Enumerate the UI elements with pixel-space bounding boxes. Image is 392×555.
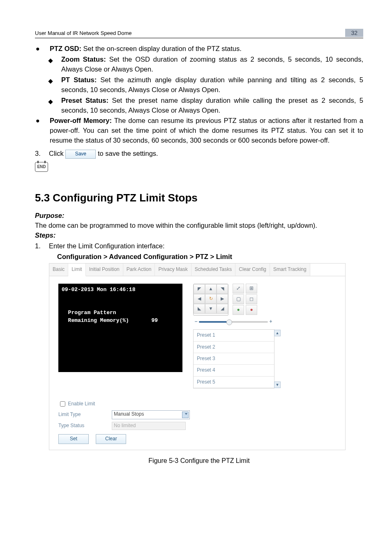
tab-basic[interactable]: Basic — [49, 264, 68, 275]
ptz-up-right-button[interactable]: ◥ — [217, 284, 228, 294]
zoom-status-line: Zoom Status: Set the OSD duration of zoo… — [61, 55, 363, 74]
speed-slider[interactable]: − + — [193, 318, 274, 325]
video-preview: 09-02-2013 Mon 16:46:18 Program Pattern … — [58, 284, 182, 372]
step-number: 3. — [35, 149, 49, 159]
limit-type-select[interactable]: Manual Stops — [112, 410, 190, 419]
ptz-up-left-button[interactable]: ◤ — [194, 284, 205, 294]
tab-initial-position[interactable]: Initial Position — [86, 264, 123, 275]
preset-item[interactable]: Preset 4 — [194, 365, 274, 376]
ptz-up-button[interactable]: ▲ — [205, 284, 217, 294]
tab-clear-config[interactable]: Clear Config — [235, 264, 270, 275]
iris-open-button[interactable]: ● — [233, 305, 244, 315]
preset-item[interactable]: Preset 3 — [194, 353, 274, 365]
save-button[interactable]: Save — [65, 150, 96, 159]
diamond-icon — [49, 96, 61, 116]
scroll-up-button[interactable]: ▲ — [274, 330, 281, 336]
preset-status-line: Preset Status: Set the preset name displ… — [61, 96, 363, 116]
ptz-osd-line: PTZ OSD: Set the on-screen display durat… — [50, 44, 363, 54]
step-number: 1. — [35, 241, 49, 251]
purpose-label: Purpose: — [35, 211, 363, 221]
limit-type-label: Limit Type — [58, 411, 112, 418]
section-heading: 5.3 Configuring PTZ Limit Stops — [35, 190, 363, 206]
minus-icon: − — [193, 318, 199, 325]
plus-icon: + — [268, 318, 274, 325]
preset-item[interactable]: Preset 5 — [194, 377, 274, 388]
poweroff-line: Power-off Memory: The dome can resume it… — [50, 116, 363, 146]
steps-label: Steps: — [35, 231, 363, 240]
ptz-right-button[interactable]: ▶ — [217, 294, 228, 304]
config-path: Configuration > Advanced Configuration >… — [57, 252, 363, 262]
enable-limit-checkbox[interactable] — [60, 401, 65, 407]
bullet-icon: ● — [35, 116, 50, 146]
zoom-in-button[interactable]: ⤢ — [233, 284, 244, 294]
manual-title: User Manual of IR Network Speed Dome — [35, 30, 132, 36]
bullet-icon: ● — [35, 44, 50, 54]
type-status-field: No limited — [112, 422, 186, 430]
preset-item[interactable]: Preset 2 — [194, 342, 274, 353]
enable-limit-label: Enable Limit — [68, 401, 95, 407]
end-icon: END — [35, 162, 48, 172]
ptz-auto-button[interactable]: ↻ — [205, 294, 217, 304]
step-3-text: Click Save to save the settings. — [49, 149, 363, 159]
purpose-text: The dome can be programmed to move withi… — [35, 221, 363, 231]
diamond-icon — [49, 75, 61, 95]
clear-button[interactable]: Clear — [96, 434, 126, 444]
tab-privacy-mask[interactable]: Privacy Mask — [155, 264, 191, 275]
ptz-left-button[interactable]: ◀ — [194, 294, 205, 304]
ptz-down-right-button[interactable]: ◢ — [217, 304, 228, 314]
ptz-down-left-button[interactable]: ◣ — [194, 304, 205, 314]
tab-scheduled-tasks[interactable]: Scheduled Tasks — [191, 264, 236, 275]
tab-strip: Basic Limit Initial Position Park Action… — [49, 264, 345, 276]
tab-park-action[interactable]: Park Action — [123, 264, 155, 275]
config-panel: Basic Limit Initial Position Park Action… — [49, 263, 346, 450]
tab-limit[interactable]: Limit — [68, 264, 85, 276]
step-1-text: Enter the Limit Configuration interface: — [49, 241, 363, 251]
focus-toggle-button[interactable]: ▢ — [233, 294, 244, 304]
tab-smart-tracking[interactable]: Smart Tracking — [270, 264, 310, 275]
scroll-down-button[interactable]: ▼ — [274, 382, 281, 388]
pt-status-line: PT Status: Set the azimuth angle display… — [61, 75, 363, 95]
figure-caption: Figure 5-3 Configure the PTZ Limit — [35, 456, 363, 465]
preset-list: Preset 1 Preset 2 Preset 3 Preset 4 Pres… — [193, 329, 274, 388]
iris-close-button[interactable]: ● — [246, 305, 257, 315]
type-status-label: Type Status — [58, 422, 112, 429]
zoom-out-button[interactable]: ⊞ — [246, 284, 257, 294]
page-number: 32 — [345, 29, 363, 37]
diamond-icon — [49, 55, 61, 74]
set-button[interactable]: Set — [58, 434, 89, 444]
chevron-down-icon — [185, 413, 187, 415]
focus-toggle-alt-button[interactable]: ◻ — [246, 294, 257, 304]
preset-item[interactable]: Preset 1 — [194, 330, 274, 341]
ptz-down-button[interactable]: ▼ — [205, 304, 217, 314]
ptz-dpad: ◤ ▲ ◥ ◀ ↻ ▶ ◣ ▼ — [193, 284, 228, 316]
